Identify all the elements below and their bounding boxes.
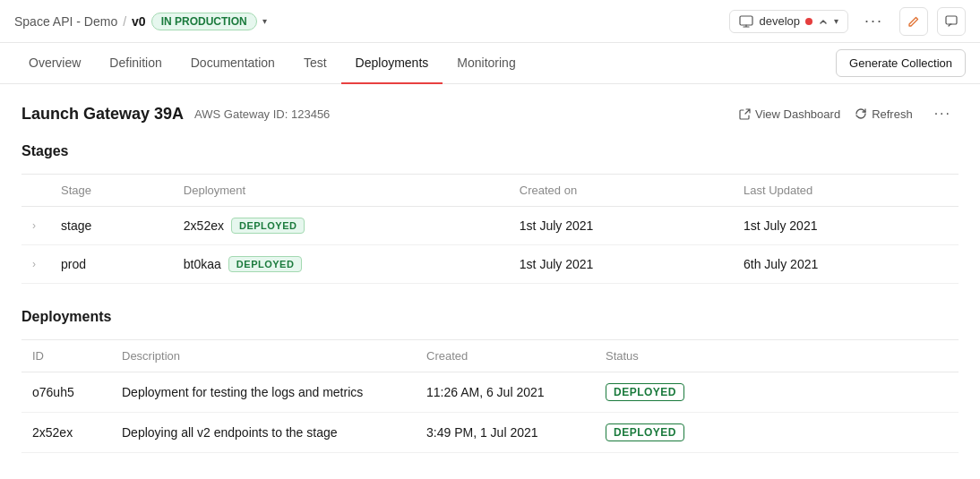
svg-rect-1 <box>946 16 957 24</box>
refresh-label: Refresh <box>872 107 913 121</box>
more-options-button[interactable]: ··· <box>857 8 890 34</box>
generate-collection-button[interactable]: Generate Collection <box>836 49 966 77</box>
stages-section-title: Stages <box>21 143 959 159</box>
tab-test[interactable]: Test <box>289 43 341 84</box>
status-badge[interactable]: IN PRODUCTION <box>151 13 257 30</box>
external-link-icon <box>739 108 751 120</box>
table-row: › prod bt0kaa DEPLOYED 1st July 2021 6th… <box>21 245 959 284</box>
table-row: 2x52ex Deploying all v2 endpoints to the… <box>21 413 959 453</box>
gateway-title-group: Launch Gateway 39A AWS Gateway ID: 12345… <box>21 105 330 124</box>
stage-status-badge-stage: DEPLOYED <box>231 218 305 234</box>
stage-name-prod: prod <box>50 245 173 284</box>
tab-documentation[interactable]: Documentation <box>176 43 289 84</box>
tabs-container: Overview Definition Documentation Test D… <box>14 43 530 83</box>
dep-status-1: DEPLOYED <box>595 413 959 453</box>
refresh-button[interactable]: Refresh <box>855 107 913 121</box>
gateway-actions: View Dashboard Refresh ··· <box>739 102 959 125</box>
app-version: v0 <box>132 14 146 29</box>
view-dashboard-label: View Dashboard <box>755 107 840 121</box>
env-name: develop <box>759 14 800 28</box>
col-expand <box>21 175 50 207</box>
edit-icon <box>907 15 920 28</box>
main-content: Launch Gateway 39A AWS Gateway ID: 12345… <box>0 84 980 471</box>
stage-updated-stage: 1st July 2021 <box>733 207 959 245</box>
deployments-section: Deployments ID Description Created Statu… <box>21 309 959 453</box>
app-name: Space API - Demo <box>14 14 117 29</box>
env-status-dot <box>805 18 812 25</box>
comment-button[interactable] <box>937 7 966 36</box>
refresh-icon <box>855 107 867 120</box>
stage-created-stage: 1st July 2021 <box>509 207 733 245</box>
row-expand-prod[interactable]: › <box>21 245 50 284</box>
tab-overview[interactable]: Overview <box>14 43 95 84</box>
row-expand-stage[interactable]: › <box>21 207 50 245</box>
dep-status-badge-0: DEPLOYED <box>606 383 684 401</box>
env-selector[interactable]: develop ▾ <box>729 10 848 33</box>
dep-col-id: ID <box>21 340 111 372</box>
deployments-table: ID Description Created Status o76uh5 Dep… <box>21 339 959 453</box>
stages-table: Stage Deployment Created on Last Updated… <box>21 174 959 284</box>
stage-name-stage: stage <box>50 207 173 245</box>
col-last-updated: Last Updated <box>733 175 959 207</box>
nav-tabs: Overview Definition Documentation Test D… <box>0 43 980 84</box>
dep-col-description: Description <box>111 340 416 372</box>
stage-status-badge-prod: DEPLOYED <box>228 256 303 272</box>
dep-created-1: 3:49 PM, 1 Jul 2021 <box>416 413 595 453</box>
edit-button[interactable] <box>899 7 928 36</box>
stage-deployment-stage: 2x52ex DEPLOYED <box>173 207 509 245</box>
dep-description-0: Deployment for testing the logs and metr… <box>111 372 416 413</box>
deployments-section-title: Deployments <box>21 309 959 325</box>
status-dropdown-icon[interactable]: ▾ <box>262 16 267 26</box>
view-dashboard-link[interactable]: View Dashboard <box>739 107 840 121</box>
stages-section: Stages Stage Deployment Created on Last … <box>21 143 959 284</box>
dep-description-1: Deploying all v2 endpoints to the stage <box>111 413 416 453</box>
env-up-icon <box>818 16 829 27</box>
col-deployment: Deployment <box>173 175 509 207</box>
dep-id-1: 2x52ex <box>21 413 111 453</box>
top-bar-actions: develop ▾ ··· <box>729 7 966 36</box>
svg-rect-0 <box>740 16 752 25</box>
stage-deployment-prod: bt0kaa DEPLOYED <box>173 245 509 284</box>
dep-status-0: DEPLOYED <box>595 372 959 413</box>
env-chevron-icon[interactable]: ▾ <box>834 16 838 26</box>
gateway-title: Launch Gateway 39A <box>21 105 184 124</box>
dep-created-0: 11:26 AM, 6 Jul 2021 <box>416 372 595 413</box>
dep-status-badge-1: DEPLOYED <box>606 423 684 441</box>
tab-deployments[interactable]: Deployments <box>341 43 443 84</box>
stage-created-prod: 1st July 2021 <box>509 245 733 284</box>
breadcrumb: Space API - Demo / v0 IN PRODUCTION ▾ <box>14 13 267 30</box>
breadcrumb-separator: / <box>123 14 126 29</box>
dep-col-created: Created <box>416 340 595 372</box>
comment-icon <box>945 15 958 28</box>
col-created-on: Created on <box>509 175 733 207</box>
top-bar: Space API - Demo / v0 IN PRODUCTION ▾ de… <box>0 0 980 43</box>
stage-updated-prod: 6th July 2021 <box>733 245 959 284</box>
table-row: o76uh5 Deployment for testing the logs a… <box>21 372 959 413</box>
gateway-header: Launch Gateway 39A AWS Gateway ID: 12345… <box>21 102 959 125</box>
gateway-id: AWS Gateway ID: 123456 <box>194 107 330 121</box>
col-stage: Stage <box>50 175 173 207</box>
monitor-icon <box>739 14 753 29</box>
tab-monitoring[interactable]: Monitoring <box>443 43 529 84</box>
dep-id-0: o76uh5 <box>21 372 111 413</box>
dep-col-status: Status <box>595 340 959 372</box>
tab-definition[interactable]: Definition <box>95 43 176 84</box>
table-row: › stage 2x52ex DEPLOYED 1st July 2021 1s… <box>21 207 959 245</box>
gateway-more-options[interactable]: ··· <box>927 102 959 125</box>
